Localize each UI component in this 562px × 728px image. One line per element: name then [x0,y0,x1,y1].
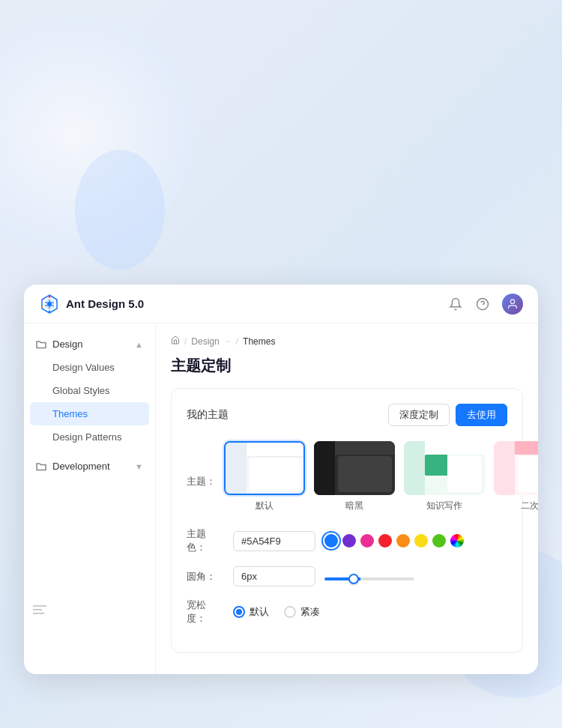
density-radio-group: 默认 紧凑 [233,605,320,619]
breadcrumb-sep-1: / [184,336,187,347]
breadcrumb-current: Themes [243,336,275,347]
color-dot-green[interactable] [432,534,446,547]
app-header: Ant Design 5.0 [24,285,538,324]
color-dot-pink[interactable] [360,534,374,547]
breadcrumb-sep-2: / [236,336,238,347]
breadcrumb-design[interactable]: Design [191,336,219,347]
theme-presets-row: 主题： 默认 [187,441,507,512]
theme-label-default: 默认 [256,500,274,512]
app-title: Ant Design 5.0 [66,297,144,310]
customize-button[interactable]: 深度定制 [388,404,450,426]
theme-label-dark: 暗黑 [345,500,363,512]
corner-label: 圆角： [187,570,224,583]
theme-preview-dark [314,441,395,495]
preview-knowledge-accent [425,455,447,476]
sidebar-item-themes[interactable]: Themes [30,402,149,425]
color-dot-orange[interactable] [396,534,410,547]
theme-card-actions: 深度定制 去使用 [388,404,507,426]
theme-preview-default [224,441,305,495]
svg-point-2 [47,302,52,306]
theme-label-anime: 二次元 [521,500,538,512]
color-dot-blue[interactable] [324,534,338,547]
svg-point-11 [510,300,514,303]
page-title: 主题定制 [171,356,523,376]
theme-card-header: 我的主题 深度定制 去使用 [187,404,507,426]
theme-label-knowledge: 知识写作 [426,500,462,512]
theme-card: 我的主题 深度定制 去使用 主题： [171,388,523,653]
corner-slider[interactable] [324,577,414,580]
bg-circle-3 [75,150,165,270]
folder-icon-dev [36,461,46,472]
app-window: Ant Design 5.0 [24,285,538,674]
user-avatar[interactable] [502,294,523,315]
breadcrumb: / Design / Themes [171,336,523,347]
chevron-up-icon: ▲ [135,340,143,349]
theme-preset-default[interactable]: 默认 [224,441,305,512]
preview-dark-content [338,456,392,492]
home-icon[interactable] [171,336,180,347]
ant-design-logo-icon [39,294,60,315]
sidebar-item-design-patterns[interactable]: Design Patterns [24,425,155,449]
app-body: Design ▲ Design Values Global Styles The… [24,324,538,674]
color-label: 主题色： [187,527,224,554]
sidebar-group-design-label: Design [36,339,82,350]
color-row: 主题色： [187,527,507,554]
sidebar-item-global-styles[interactable]: Global Styles [24,379,155,402]
help-icon[interactable] [475,297,490,312]
sidebar-toggle-button[interactable] [33,603,46,619]
color-dot-red[interactable] [378,534,392,547]
color-dots [324,534,464,547]
breadcrumb-chevron [224,338,232,345]
radio-dot-default [233,606,245,618]
theme-preset-knowledge[interactable]: 知识写作 [404,441,485,512]
preview-knowledge-content [447,456,482,492]
color-dot-multicolor[interactable] [450,534,464,547]
main-content: / Design / Themes 主题定制 我的主题 深度定制 去使用 [156,324,538,674]
theme-preset-anime[interactable]: 二次元 [494,441,538,512]
color-input[interactable] [233,531,315,551]
sidebar-group-design[interactable]: Design ▲ [24,333,155,356]
sidebar: Design ▲ Design Values Global Styles The… [24,324,156,674]
density-option-compact[interactable]: 紧凑 [284,605,320,619]
app-logo: Ant Design 5.0 [39,294,144,315]
preview-default-content [250,458,300,491]
theme-preset-dark[interactable]: 暗黑 [314,441,395,512]
corner-input[interactable] [233,566,315,586]
density-label: 宽松度： [187,598,224,625]
density-row: 宽松度： 默认 紧凑 [187,598,507,625]
corner-row: 圆角： [187,566,507,586]
sidebar-item-design-values[interactable]: Design Values [24,356,155,379]
density-option-default[interactable]: 默认 [233,605,269,619]
theme-presets: 默认 暗黑 [224,441,538,512]
corner-slider-container [324,570,414,583]
header-actions [448,294,523,315]
theme-card-title: 我的主题 [187,408,229,422]
color-dot-yellow[interactable] [414,534,428,547]
color-dot-purple[interactable] [342,534,356,547]
theme-preview-anime [494,441,538,495]
theme-preview-knowledge [404,441,485,495]
theme-label: 主题： [187,441,224,488]
sidebar-group-development-label: Development [36,461,110,472]
sidebar-group-development[interactable]: Development ▼ [24,455,155,478]
chevron-down-icon: ▼ [135,462,143,471]
notification-icon[interactable] [448,297,463,312]
radio-dot-compact [284,606,296,618]
use-button[interactable]: 去使用 [456,404,507,426]
preview-anime-content [518,456,538,492]
folder-icon [36,339,46,350]
